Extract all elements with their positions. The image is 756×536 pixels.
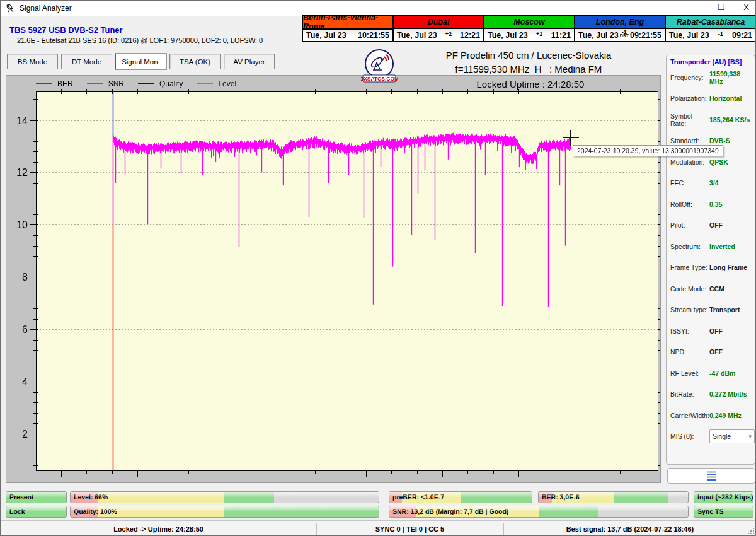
- signal-analyzer-window: { "window": { "title": "Signal Analyzer"…: [0, 0, 756, 536]
- transponder-list-button[interactable]: [667, 468, 755, 484]
- window-controls: – ☐ X: [694, 2, 749, 13]
- legend-level: Level: [197, 79, 236, 88]
- quality-meter: Quality: 100%: [70, 506, 379, 518]
- field-fec: FEC:3/4: [670, 173, 755, 194]
- clock-moscow: Moscow Tue, Jul 23 +1 11:21: [484, 16, 575, 41]
- legend-snr: SNR: [87, 79, 124, 88]
- status-bar: Locked -> Uptime: 24:28:50 SYNC 0 | TEI …: [1, 520, 756, 536]
- clock-time: 09:21: [732, 31, 752, 40]
- clock-date: Tue, Jul 23: [397, 31, 437, 40]
- locked-uptime-label: Locked Uptime : 24:28:50: [404, 79, 656, 90]
- crosshair-cursor: [570, 130, 571, 146]
- level-line-swatch: [197, 83, 213, 84]
- level-meter: Level: 66%: [70, 491, 379, 503]
- snr-plot-canvas[interactable]: [6, 76, 660, 482]
- field-spectrum: Spectrum:Inverted: [670, 236, 755, 257]
- clock-city-label: London, Eng: [575, 16, 665, 29]
- chart-legend: BER SNR Quality Level: [36, 76, 236, 91]
- chart-title-line1: PF Prodelin 450 cm / Lucenec-Slovakia: [371, 50, 686, 61]
- snr-meter: SNR: 13,2 dB (Margin: 7,7 dB | Good): [389, 506, 689, 518]
- clock-rabat: Rabat-Casablanca Tue, Jul 23 -1 09:21: [666, 16, 755, 41]
- clock-time: 11:21: [551, 31, 571, 40]
- field-polarization: Polarization:Horizontal: [670, 88, 755, 110]
- tab-signal-mon[interactable]: Signal Mon.: [115, 54, 166, 69]
- clock-utc-offset: -1: [709, 32, 732, 36]
- minimize-button[interactable]: –: [694, 2, 698, 13]
- tab-tsa[interactable]: TSA (OK): [169, 54, 220, 69]
- maximize-button[interactable]: ☐: [718, 2, 725, 13]
- legend-ber: BER: [36, 79, 73, 88]
- tuner-details: 21.6E - Eutelsat 21B SES 16 (ID: 0216) @…: [17, 37, 263, 44]
- tab-dt-mode[interactable]: DT Mode: [61, 54, 112, 69]
- sync-ts-indicator: Sync TS: [694, 506, 753, 518]
- datapoint-tooltip: 2024-07-23 10.20.39, value: 13,300000190…: [573, 145, 723, 156]
- field-pilot: Pilot:OFF: [670, 215, 755, 236]
- clock-city-label: Dubai: [394, 16, 483, 29]
- field-stream-type: Stream type:Transport: [670, 300, 755, 321]
- clock-date: Tue, Jul 23: [488, 31, 528, 40]
- chevron-down-icon: ▾: [748, 433, 752, 440]
- ber-line-swatch: [36, 83, 52, 84]
- status-uptime: Locked -> Uptime: 24:28:50: [1, 521, 316, 536]
- input-indicator: Input (~282 Kbps): [694, 491, 753, 503]
- clock-city-label: Moscow: [484, 16, 574, 29]
- clock-time: 10:21:55: [358, 31, 389, 40]
- field-frame-type: Frame Type:Long Frame: [670, 257, 755, 279]
- status-sync-tei-cc: SYNC 0 | TEI 0 | CC 5: [316, 521, 503, 536]
- field-symbol-rate: Symbol Rate:185,264 KS/s: [670, 109, 755, 131]
- status-best-signal: Best signal: 13,7 dB (2024-07-22 18:46): [503, 521, 756, 536]
- clock-london: London, Eng Tue, Jul 23 -1DST 09:21:55: [575, 16, 666, 41]
- close-button[interactable]: X: [743, 2, 749, 13]
- tab-bs-mode[interactable]: BS Mode: [7, 54, 58, 69]
- clock-time: 09:21:55: [630, 31, 662, 40]
- resize-grip[interactable]: [745, 523, 754, 534]
- clock-date: Tue, Jul 23: [578, 31, 619, 40]
- present-indicator: Present: [6, 491, 67, 503]
- clock-city-label: Rabat-Casablanca: [666, 16, 755, 29]
- clock-berlin: Berlin-Paris-Vienna-Roma Tue, Jul 23 10:…: [303, 16, 394, 41]
- clock-utc-offset: +2: [437, 32, 460, 36]
- snr-line-swatch: [87, 83, 103, 84]
- list-icon: [707, 471, 716, 481]
- tab-av-player[interactable]: AV Player: [224, 54, 275, 69]
- field-bitrate: BitRate:0,272 Mbit/s: [670, 384, 755, 405]
- lock-indicator: Lock: [6, 506, 67, 518]
- chart-title-line2: f=11599,530 MHz_H_ : Medina FM: [371, 64, 686, 74]
- clock-utc-offset: +1: [528, 32, 551, 36]
- field-code-mode: Code Mode:CCM: [670, 278, 755, 300]
- field-mis: MIS (0): Single ▾: [670, 426, 755, 448]
- clock-city-label: Berlin-Paris-Vienna-Roma: [303, 16, 392, 30]
- quality-line-swatch: [138, 83, 154, 84]
- logo-text: DXSATCS.COM: [361, 76, 398, 82]
- app-satellite-icon: [6, 3, 16, 13]
- tuner-name: TBS 5927 USB DVB-S2 Tuner: [9, 25, 123, 35]
- field-carrier-width: CarrierWidth:0,249 MHz: [670, 405, 755, 426]
- signal-chart: BER SNR Quality Level Locked Uptime : 24…: [6, 75, 661, 483]
- mis-dropdown[interactable]: Single ▾: [709, 429, 755, 443]
- window-title: Signal Analyzer: [20, 4, 72, 13]
- field-rf-level: RF Level:-47 dBm: [670, 363, 755, 384]
- field-rolloff: RollOff:0.35: [670, 194, 755, 215]
- clock-date: Tue, Jul 23: [669, 31, 709, 40]
- preber-meter: preBER: <1.0E-7: [389, 491, 532, 503]
- clock-utc-offset: -1DST: [619, 30, 630, 38]
- clock-time: 12:21: [460, 31, 480, 40]
- world-clock-panel: Berlin-Paris-Vienna-Roma Tue, Jul 23 10:…: [302, 15, 756, 42]
- mode-tab-row: BS Mode DT Mode Signal Mon. TSA (OK) AV …: [7, 54, 275, 69]
- legend-quality: Quality: [138, 79, 183, 88]
- field-issyi: ISSYI:OFF: [670, 320, 755, 342]
- dxsatcs-logo: DXSATCS.COM: [361, 49, 398, 86]
- ber-meter: BER: 3,0E-6: [538, 491, 689, 503]
- field-npd: NPD:OFF: [670, 342, 755, 363]
- transponder-panel: Transponder (AU) [BS] Frequency:11599,33…: [666, 55, 755, 465]
- clock-date: Tue, Jul 23: [306, 31, 346, 40]
- clock-dubai: Dubai Tue, Jul 23 +2 12:21: [394, 16, 484, 41]
